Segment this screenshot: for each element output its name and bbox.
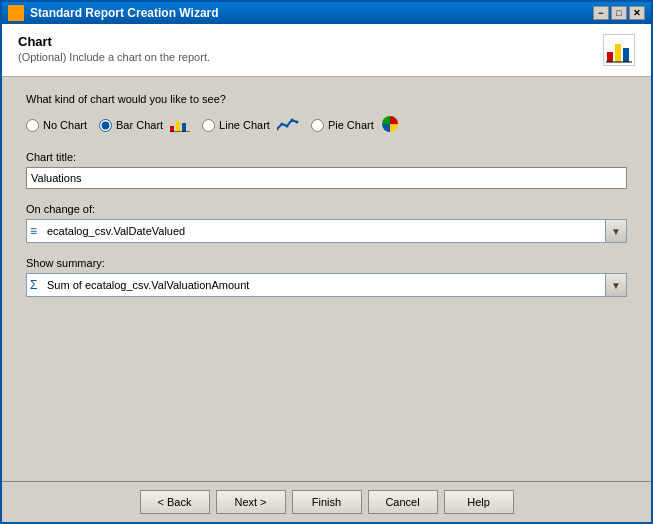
- chart-title-label: Chart title:: [26, 151, 627, 163]
- pie-chart-label: Pie Chart: [328, 119, 374, 131]
- bar-chart-option[interactable]: Bar Chart: [99, 118, 190, 132]
- header-title: Chart: [18, 34, 210, 49]
- line-chart-option[interactable]: Line Chart: [202, 117, 299, 133]
- minimize-button[interactable]: −: [593, 6, 609, 20]
- show-summary-label: Show summary:: [26, 257, 627, 269]
- svg-rect-5: [176, 121, 180, 132]
- svg-rect-1: [615, 44, 621, 62]
- svg-rect-0: [607, 52, 613, 62]
- svg-rect-6: [182, 123, 186, 132]
- show-summary-wrapper: Σ Sum of ecatalog_csv.ValValuationAmount…: [26, 273, 627, 297]
- header-chart-icon: [605, 36, 633, 64]
- chart-header-icon: [603, 34, 635, 66]
- next-button[interactable]: Next >: [216, 490, 286, 514]
- header-text: Chart (Optional) Include a chart on the …: [18, 34, 210, 63]
- finish-button[interactable]: Finish: [292, 490, 362, 514]
- svg-rect-2: [623, 48, 629, 62]
- close-button[interactable]: ✕: [629, 6, 645, 20]
- chart-title-input[interactable]: [26, 167, 627, 189]
- line-chart-radio[interactable]: [202, 119, 215, 132]
- svg-point-11: [290, 119, 293, 122]
- on-change-wrapper: ≡ ecatalog_csv.ValDateValued ▼: [26, 219, 627, 243]
- on-change-select[interactable]: ecatalog_csv.ValDateValued: [26, 219, 627, 243]
- show-summary-section: Show summary: Σ Sum of ecatalog_csv.ValV…: [26, 257, 627, 297]
- chart-type-group: No Chart Bar Chart: [26, 115, 627, 135]
- bar-chart-icon: [170, 118, 190, 132]
- pie-chart-icon: [381, 115, 399, 135]
- svg-point-12: [295, 121, 298, 124]
- wizard-window: Standard Report Creation Wizard − □ ✕ Ch…: [0, 0, 653, 524]
- svg-rect-4: [170, 126, 174, 132]
- header-section: Chart (Optional) Include a chart on the …: [2, 24, 651, 77]
- help-button[interactable]: Help: [444, 490, 514, 514]
- wizard-content: Chart (Optional) Include a chart on the …: [2, 24, 651, 522]
- main-area: What kind of chart would you like to see…: [2, 77, 651, 481]
- header-subtitle: (Optional) Include a chart on the report…: [18, 51, 210, 63]
- pie-chart-radio[interactable]: [311, 119, 324, 132]
- title-bar-buttons: − □ ✕: [593, 6, 645, 20]
- cancel-button[interactable]: Cancel: [368, 490, 438, 514]
- title-bar: Standard Report Creation Wizard − □ ✕: [2, 2, 651, 24]
- chart-title-section: Chart title:: [26, 151, 627, 189]
- no-chart-radio[interactable]: [26, 119, 39, 132]
- maximize-button[interactable]: □: [611, 6, 627, 20]
- on-change-label: On change of:: [26, 203, 627, 215]
- show-summary-select[interactable]: Sum of ecatalog_csv.ValValuationAmount: [26, 273, 627, 297]
- svg-point-9: [280, 123, 283, 126]
- bar-chart-radio[interactable]: [99, 119, 112, 132]
- back-button[interactable]: < Back: [140, 490, 210, 514]
- window-title: Standard Report Creation Wizard: [30, 6, 593, 20]
- wizard-footer: < Back Next > Finish Cancel Help: [2, 481, 651, 522]
- line-chart-label: Line Chart: [219, 119, 270, 131]
- pie-chart-option[interactable]: Pie Chart: [311, 115, 399, 135]
- window-icon: [8, 5, 24, 21]
- question-label: What kind of chart would you like to see…: [26, 93, 627, 105]
- bar-chart-label: Bar Chart: [116, 119, 163, 131]
- no-chart-label: No Chart: [43, 119, 87, 131]
- on-change-section: On change of: ≡ ecatalog_csv.ValDateValu…: [26, 203, 627, 243]
- svg-point-10: [285, 125, 288, 128]
- line-chart-icon: [277, 117, 299, 133]
- no-chart-option[interactable]: No Chart: [26, 119, 87, 132]
